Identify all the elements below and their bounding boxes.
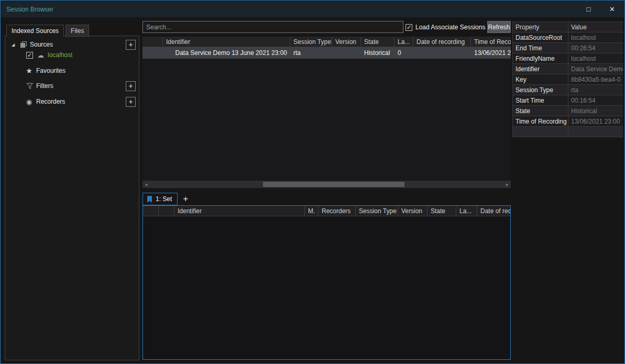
sources-tree-panel: ◢ Sources + ✓ ☁ localhost ★ Favourites F…	[5, 36, 139, 360]
cell-laps: 0	[394, 49, 413, 57]
sources-icon	[19, 41, 27, 49]
property-grid-header: Property Value	[513, 22, 623, 32]
session-browser-window: Session Browser □ ✕ Indexed Sources File…	[0, 0, 625, 364]
refresh-button[interactable]: Refresh	[487, 21, 511, 33]
add-set-tab-button[interactable]: +	[183, 194, 188, 204]
filter-icon	[26, 82, 34, 90]
scroll-left-icon[interactable]: ◄	[142, 183, 150, 186]
load-associate-label: Load Associate Sessions	[415, 24, 485, 31]
column-header-date-of-recording[interactable]: Date of recording	[413, 37, 471, 47]
value-column-header[interactable]: Value	[568, 22, 623, 32]
property-row: Start Time 00:16:54	[513, 95, 623, 106]
column-header-icon[interactable]	[142, 37, 163, 47]
property-value: localhost	[568, 53, 623, 63]
property-value: 00:26:54	[568, 43, 623, 53]
set-column-version[interactable]: Version	[398, 206, 427, 216]
window-title: Session Browser	[6, 6, 53, 13]
tree-item-localhost[interactable]: ✓ ☁ localhost	[5, 50, 139, 60]
property-row: FriendlyName localhost	[513, 53, 623, 64]
property-row: State Historical	[513, 106, 623, 116]
bookmark-icon	[147, 196, 152, 203]
set-tab-label: 1: Set	[156, 195, 172, 203]
maximize-button[interactable]: □	[577, 1, 600, 17]
set-column-b[interactable]	[159, 206, 174, 216]
recorder-icon: ◉	[25, 98, 33, 106]
set-table-header: Identifier M. Recorders Session Type Ver…	[143, 206, 510, 216]
set-column-m[interactable]: M.	[305, 206, 319, 216]
property-row: Time of Recording 13/06/2021 23:00	[513, 116, 623, 127]
expander-icon[interactable]: ◢	[12, 42, 18, 47]
set-column-recorders[interactable]: Recorders	[319, 206, 356, 216]
property-row: DataSourceRoot localhost	[513, 32, 623, 43]
set-column-date-of-recording[interactable]: Date of recording	[477, 206, 510, 216]
star-icon: ★	[25, 67, 33, 75]
close-button[interactable]: ✕	[600, 1, 624, 17]
set-column-session-type[interactable]: Session Type	[356, 206, 398, 216]
search-input[interactable]	[142, 21, 403, 33]
scroll-right-icon[interactable]: ►	[503, 183, 511, 186]
property-value: localhost	[568, 32, 623, 42]
add-filter-button[interactable]: +	[126, 81, 136, 91]
set-column-identifier[interactable]: Identifier	[174, 206, 305, 216]
window-controls: □ ✕	[577, 1, 624, 17]
tree-item-recorders[interactable]: ◉ Recorders +	[5, 96, 139, 107]
set-tab-bar: 1: Set +	[142, 193, 188, 205]
recorders-label: Recorders	[36, 98, 65, 105]
property-row: Key 8b8430a5-bea4-0	[513, 74, 623, 85]
add-recorder-button[interactable]: +	[126, 97, 136, 107]
add-source-button[interactable]: +	[126, 40, 136, 50]
property-name: DataSourceRoot	[513, 32, 568, 42]
scrollbar-thumb[interactable]	[263, 182, 404, 187]
property-row: Identifier Data Service Demo 13 June 202…	[513, 64, 623, 74]
sources-label: Sources	[30, 41, 53, 48]
load-associate-checkbox[interactable]: ✓	[405, 24, 412, 31]
property-name: Identifier	[513, 64, 568, 74]
load-associate-sessions[interactable]: ✓ Load Associate Sessions	[405, 24, 485, 31]
sessions-table-header: Identifier Session Type Version State La…	[142, 37, 511, 47]
tree-item-favourites[interactable]: ★ Favourites	[5, 65, 139, 76]
close-icon: ✕	[609, 5, 615, 13]
cell-identifier: Data Service Demo 13 June 2021 23:00	[163, 49, 290, 57]
column-header-session-type[interactable]: Session Type	[290, 37, 332, 47]
property-name: End Time	[513, 43, 568, 53]
property-grid: Property Value DataSourceRoot localhost …	[512, 21, 623, 137]
column-header-laps[interactable]: La...	[394, 37, 413, 47]
tab-set-1[interactable]: 1: Set	[142, 193, 178, 205]
property-value: Historical	[568, 106, 623, 116]
titlebar: Session Browser □ ✕	[1, 1, 624, 17]
property-name: Time of Recording	[513, 116, 568, 126]
property-name: Start Time	[513, 95, 568, 105]
column-header-version[interactable]: Version	[332, 37, 361, 47]
tree-item-filters[interactable]: Filters +	[5, 81, 139, 91]
column-header-identifier[interactable]: Identifier	[163, 37, 290, 47]
property-value: rta	[568, 85, 623, 95]
property-value: 00:16:54	[568, 95, 623, 105]
set-column-state[interactable]: State	[427, 206, 456, 216]
session-row-selected[interactable]: Data Service Demo 13 June 2021 23:00 rta…	[142, 47, 511, 59]
column-header-state[interactable]: State	[361, 37, 394, 47]
property-row: End Time 00:26:54	[513, 43, 623, 53]
localhost-checkbox[interactable]: ✓	[26, 52, 33, 59]
scrollbar-track[interactable]	[150, 181, 503, 188]
property-row-empty	[513, 127, 623, 137]
horizontal-scrollbar[interactable]: ◄ ►	[142, 181, 511, 188]
column-header-time-of-recording[interactable]: Time of Recording	[471, 37, 511, 47]
property-value: 8b8430a5-bea4-0	[568, 74, 623, 84]
property-name: Session Type	[513, 85, 568, 95]
set-column-laps[interactable]: La...	[456, 206, 477, 216]
tab-indexed-sources[interactable]: Indexed Sources	[6, 25, 64, 37]
set-column-a[interactable]	[143, 206, 159, 216]
tree-item-sources[interactable]: ◢ Sources +	[5, 39, 139, 50]
favourites-label: Favourites	[36, 67, 65, 74]
cell-time-of-recording: 13/06/2021 23:00	[471, 49, 511, 57]
property-column-header[interactable]: Property	[513, 22, 568, 32]
property-value: 13/06/2021 23:00	[568, 116, 623, 126]
set-panel: Identifier M. Recorders Session Type Ver…	[142, 205, 511, 360]
sessions-table: Identifier Session Type Version State La…	[142, 37, 511, 181]
property-name: State	[513, 106, 568, 116]
localhost-label: localhost	[48, 51, 72, 59]
property-row: Session Type rta	[513, 85, 623, 95]
tab-files[interactable]: Files	[65, 25, 89, 37]
property-name: FriendlyName	[513, 53, 568, 63]
maximize-icon: □	[587, 5, 591, 13]
